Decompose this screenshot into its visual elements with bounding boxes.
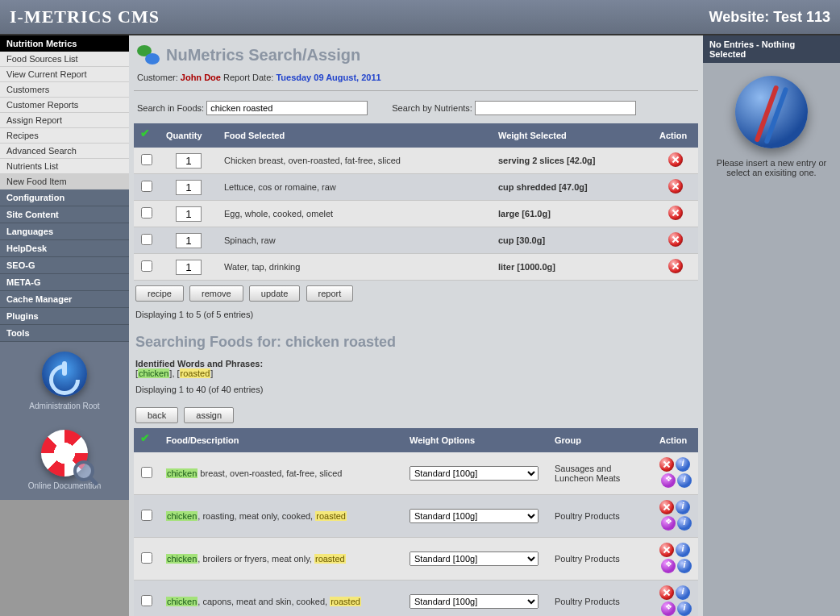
update-button[interactable]: update: [249, 285, 301, 302]
sidebar-cat-configuration[interactable]: Configuration: [0, 189, 129, 206]
food-cell: Chicken breast, oven-roasted, fat-free, …: [218, 148, 492, 174]
chat-bubbles-icon: [137, 45, 160, 65]
row-checkbox[interactable]: [141, 234, 152, 245]
sidebar-cat-site-content[interactable]: Site Content: [0, 206, 129, 223]
delete-icon[interactable]: [659, 457, 674, 472]
row-checkbox[interactable]: [141, 510, 152, 521]
identified-word-2: roasted: [180, 368, 211, 378]
details-icon[interactable]: [677, 601, 692, 616]
table-row: Egg, whole, cooked, omeletlarge [61.0g]: [134, 201, 698, 227]
delete-icon[interactable]: [668, 259, 683, 273]
identified-word-1: chicken: [138, 368, 169, 378]
right-panel: No Entries - Nothing Selected Please ins…: [703, 35, 840, 616]
delete-icon[interactable]: [659, 585, 674, 600]
delete-icon[interactable]: [659, 500, 674, 514]
assign-button[interactable]: assign: [184, 407, 234, 423]
customer-info-line: Customer: John Doe Report Date: Tuesday …: [134, 73, 698, 91]
sidebar-item-customer-reports[interactable]: Customer Reports: [0, 98, 129, 113]
search-bar: Search in Foods: Search by Nutrients:: [134, 98, 698, 123]
delete-icon[interactable]: [668, 206, 683, 220]
assign-icon[interactable]: [661, 516, 676, 531]
quantity-input[interactable]: [176, 153, 202, 169]
info-icon[interactable]: [676, 500, 690, 514]
assign-icon[interactable]: [661, 601, 676, 616]
search-nutrients-label: Search by Nutrients:: [392, 103, 472, 113]
row-checkbox[interactable]: [141, 260, 152, 272]
assign-icon[interactable]: [661, 559, 676, 573]
details-icon[interactable]: [677, 516, 692, 531]
identified-words: Identified Words and Phrases: [chicken],…: [134, 357, 698, 381]
weight-cell: cup [30.0g]: [492, 227, 653, 254]
row-checkbox[interactable]: [141, 181, 152, 192]
sidebar-item-new-food[interactable]: New Food Item: [0, 174, 129, 189]
remove-button[interactable]: remove: [189, 285, 243, 302]
rcol-group: Group: [548, 428, 653, 452]
food-cell: Lettuce, cos or romaine, raw: [218, 174, 492, 201]
rcol-check: [134, 428, 160, 452]
recipe-button[interactable]: recipe: [135, 285, 184, 302]
report-button[interactable]: report: [306, 285, 354, 302]
details-icon[interactable]: [677, 473, 692, 488]
row-checkbox[interactable]: [141, 467, 152, 478]
search-nutrients-input[interactable]: [475, 101, 636, 115]
sidebar-item-view-report[interactable]: View Current Report: [0, 67, 129, 82]
info-icon[interactable]: [676, 457, 690, 472]
weight-options-select[interactable]: Standard [100g]: [410, 509, 539, 523]
weight-options-select[interactable]: Standard [100g]: [410, 594, 539, 609]
sidebar-item-customers[interactable]: Customers: [0, 82, 129, 98]
rcol-food: Food/Description: [160, 428, 403, 452]
sidebar-item-assign-report[interactable]: Assign Report: [0, 113, 129, 128]
delete-icon[interactable]: [668, 152, 683, 167]
sidebar-item-recipes[interactable]: Recipes: [0, 128, 129, 144]
info-icon[interactable]: [676, 585, 690, 600]
right-panel-heading: No Entries - Nothing Selected: [703, 35, 840, 63]
search-foods-input[interactable]: [206, 101, 368, 115]
quantity-input[interactable]: [176, 180, 202, 195]
quantity-input[interactable]: [176, 260, 202, 275]
sidebar-section-nutrition[interactable]: Nutrition Metrics: [0, 35, 129, 52]
power-icon: [42, 352, 87, 397]
quantity-input[interactable]: [176, 233, 202, 248]
online-doc-block[interactable]: Online Documention: [0, 420, 129, 500]
sidebar-cat-meta-g[interactable]: META-G: [0, 274, 129, 291]
row-checkbox[interactable]: [141, 154, 152, 165]
details-icon[interactable]: [677, 559, 692, 573]
row-checkbox[interactable]: [141, 207, 152, 219]
search-results-heading: Searching Foods for: chicken roasted: [134, 327, 698, 357]
checkmark-icon: [140, 128, 153, 141]
assign-icon[interactable]: [661, 473, 676, 488]
delete-icon[interactable]: [668, 232, 683, 247]
sidebar-cat-helpdesk[interactable]: HelpDesk: [0, 240, 129, 257]
sidebar-cat-plugins[interactable]: Plugins: [0, 308, 129, 325]
quantity-input[interactable]: [176, 206, 202, 222]
info-icon[interactable]: [676, 543, 690, 557]
group-cell: Poultry Products: [548, 538, 653, 581]
weight-options-select[interactable]: Standard [100g]: [410, 551, 539, 566]
food-description-cell: chicken, capons, meat and skin, cooked, …: [160, 581, 403, 617]
sidebar-cat-cache-manager[interactable]: Cache Manager: [0, 291, 129, 308]
delete-icon[interactable]: [668, 179, 683, 194]
admin-root-block[interactable]: Administration Root: [0, 342, 129, 420]
selected-status: Displaying 1 to 5 (of 5 entries): [134, 306, 698, 327]
delete-icon[interactable]: [659, 543, 674, 557]
report-date: Tuesday 09 August, 2011: [276, 73, 380, 82]
col-quantity: Quantity: [160, 123, 218, 148]
col-check: [134, 123, 160, 148]
customer-name: John Doe: [181, 73, 221, 82]
back-button[interactable]: back: [135, 407, 178, 423]
weight-options-select[interactable]: Standard [100g]: [410, 466, 539, 481]
row-checkbox[interactable]: [141, 595, 152, 606]
group-cell: Poultry Products: [548, 581, 653, 617]
food-description-cell: chicken, roasting, meat only, cooked, ro…: [160, 495, 403, 538]
weight-cell: serving 2 slices [42.0g]: [492, 148, 653, 174]
sidebar-cat-seo-g[interactable]: SEO-G: [0, 257, 129, 274]
food-cell: Water, tap, drinking: [218, 254, 492, 281]
sidebar-item-nutrients-list[interactable]: Nutrients List: [0, 159, 129, 174]
sidebar-cat-tools[interactable]: Tools: [0, 325, 129, 342]
sidebar-item-food-sources[interactable]: Food Sources List: [0, 52, 129, 67]
col-action: Action: [653, 123, 698, 148]
sidebar-item-advanced-search[interactable]: Advanced Search: [0, 144, 129, 159]
row-checkbox[interactable]: [141, 552, 152, 564]
sidebar-cat-languages[interactable]: Languages: [0, 223, 129, 240]
col-food-selected: Food Selected: [218, 123, 492, 148]
